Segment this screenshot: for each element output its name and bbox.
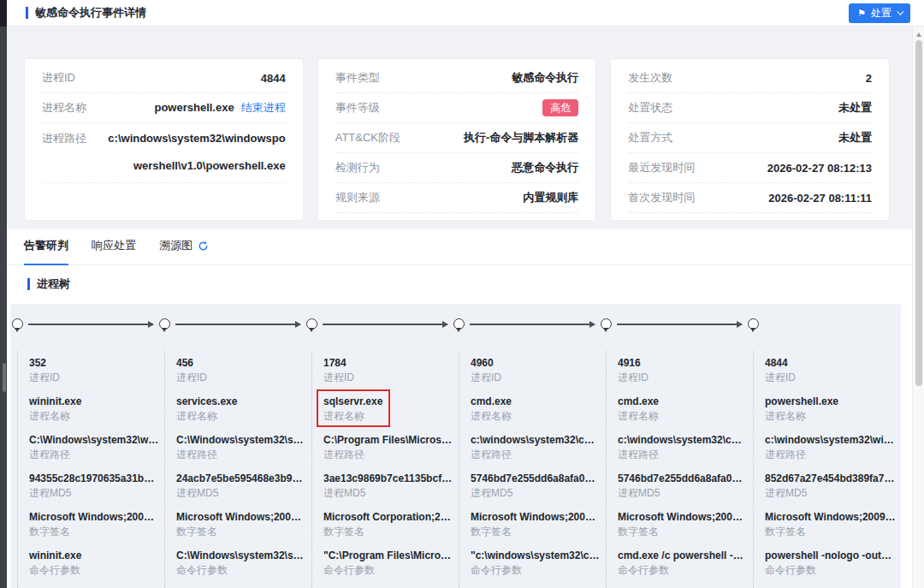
process-md5-label: 进程MD5 <box>176 486 306 500</box>
digital-sign-value: Microsoft Corporation;2011/11... <box>323 509 453 525</box>
process-md5-field: 852d67a27e454bd389fa7f02a8... 进程MD5 <box>765 471 896 500</box>
process-path-value: C:\Windows\system32\services... <box>176 432 306 448</box>
tab-response-disposal[interactable]: 响应处置 <box>92 238 136 264</box>
rule-source-value: 内置规则库 <box>523 190 578 205</box>
section-title-process-tree: 进程树 <box>24 276 912 292</box>
process-node-column-5: 4916 进程ID cmd.exe 进程名称 c:\windows\system… <box>606 351 753 588</box>
cmdline-label: 命令行参数 <box>471 563 601 577</box>
process-md5-field: 5746bd7e255dd6a8afa06f7c42... 进程MD5 <box>618 471 748 500</box>
process-path-label: 进程路径 <box>323 448 453 461</box>
first-seen-label: 首次发现时间 <box>628 190 695 205</box>
process-path-field: C:\Program Files\Microsoft SQ... 进程路径 <box>323 432 453 461</box>
timeline-node-pin[interactable] <box>159 318 170 330</box>
cmdline-value: cmd.exe /c powershell -nologo... <box>618 548 748 563</box>
process-path-value: c:\windows\system32\windowspo wershell\v… <box>108 123 285 178</box>
process-md5-value: 852d67a27e454bd389fa7f02a8... <box>765 471 896 486</box>
summary-cards-row: 进程ID 4844 进程名称 powershell.exe结束进程 进程路径 c… <box>24 58 890 221</box>
timeline-arrow-icon <box>28 324 153 325</box>
flag-icon: ⚑ <box>857 9 866 18</box>
process-md5-label: 进程MD5 <box>765 486 896 500</box>
rule-source-label: 规则来源 <box>335 190 380 205</box>
process-md5-field: 3ae13c9869b7ce1135bcf21c0a... 进程MD5 <box>323 471 453 500</box>
attck-stage-label: ATT&CK阶段 <box>335 130 400 146</box>
process-node-column-6: 4844 进程ID powershell.exe 进程名称 c:\windows… <box>753 351 901 588</box>
rule-source-row: 规则来源 内置规则库 <box>335 183 579 213</box>
process-name-value: cmd.exe <box>471 394 601 409</box>
timeline-node-pin[interactable] <box>453 318 465 330</box>
cmdline-value: "C:\Program Files\Microsoft SQ... <box>323 548 453 563</box>
content-area: 进程ID 4844 进程名称 powershell.exe结束进程 进程路径 c… <box>7 27 912 588</box>
cmdline-label: 命令行参数 <box>618 563 748 577</box>
tab-alert-analysis[interactable]: 告警研判 <box>24 238 68 264</box>
disposal-method-row: 处置方式 未处置 <box>628 123 872 153</box>
process-md5-label: 进程MD5 <box>323 486 453 500</box>
process-id-value: 4844 <box>261 72 286 85</box>
process-name-label: 进程名称 <box>618 409 748 423</box>
digital-sign-label: 数字签名 <box>29 525 159 538</box>
timeline-node-pin[interactable] <box>748 318 759 330</box>
disposal-status-label: 处置状态 <box>628 100 672 116</box>
process-name-label: 进程名称 <box>176 409 306 423</box>
section-accent-bar <box>27 278 30 290</box>
tab-alert-analysis-label: 告警研判 <box>24 238 68 253</box>
digital-sign-label: 数字签名 <box>323 525 453 538</box>
disposal-method-label: 处置方式 <box>628 130 672 146</box>
sidebar-scrollbar-thumb[interactable] <box>3 363 6 392</box>
scrollbar-up-arrow-icon[interactable] <box>916 33 921 37</box>
kill-process-link[interactable]: 结束进程 <box>241 101 286 114</box>
event-type-value: 敏感命令执行 <box>512 70 578 86</box>
process-name-value: wininit.exe <box>29 394 159 409</box>
process-pid-field: 352 进程ID <box>29 355 159 384</box>
digital-sign-field: Microsoft Corporation;2011/11... 数字签名 <box>323 509 453 538</box>
process-pid-field: 456 进程ID <box>176 355 306 384</box>
cmdline-field: wininit.exe 命令行参数 <box>29 548 159 577</box>
page-scrollbar[interactable] <box>912 27 924 588</box>
process-md5-value: 3ae13c9869b7ce1135bcf21c0a... <box>323 471 453 486</box>
detect-behavior-value: 恶意命令执行 <box>512 160 578 175</box>
process-md5-label: 进程MD5 <box>618 486 748 500</box>
timeline-node-pin[interactable] <box>306 318 317 330</box>
cmdline-label: 命令行参数 <box>323 563 453 577</box>
cmdline-field: powershell -nologo -outputfor... 命令行参数 <box>765 548 896 577</box>
process-path-value: c:\windows\system32\cmd.exe <box>471 432 601 448</box>
last-seen-row: 最近发现时间 2026-02-27 08:12:13 <box>628 153 872 183</box>
process-pid-value: 4916 <box>618 355 748 371</box>
tab-trace-graph[interactable]: 溯源图 <box>159 238 209 264</box>
timeline-node-pin[interactable] <box>12 318 23 330</box>
page-scrollbar-thumb[interactable] <box>915 40 922 386</box>
process-pid-label: 进程ID <box>618 371 748 384</box>
process-pid-field: 4844 进程ID <box>765 355 896 384</box>
process-path-label: 进程路径 <box>42 123 86 146</box>
event-info-card: 事件类型 敏感命令执行 事件等级 高危 ATT&CK阶段 执行-命令与脚本解析器… <box>317 58 597 221</box>
process-pid-field: 4960 进程ID <box>471 355 601 384</box>
digital-sign-value: Microsoft Windows;2008/10/2... <box>29 509 159 525</box>
process-name-value: services.exe <box>176 394 306 409</box>
process-path-row: 进程路径 c:\windows\system32\windowspo wersh… <box>42 123 286 183</box>
digital-sign-label: 数字签名 <box>471 525 601 538</box>
process-name-field: cmd.exe 进程名称 <box>471 394 601 423</box>
collapsed-sidebar <box>0 0 7 588</box>
collapsed-sidebar-top <box>0 0 7 27</box>
process-path-line1: c:\windows\system32\windowspo <box>108 123 285 151</box>
cmdline-field: "C:\Program Files\Microsoft SQ... 命令行参数 <box>323 548 453 577</box>
dispose-button[interactable]: ⚑ 处置 <box>849 3 910 23</box>
process-pid-field: 4916 进程ID <box>618 355 748 384</box>
process-name-field: wininit.exe 进程名称 <box>29 394 159 423</box>
process-md5-field: 5746bd7e255dd6a8afa06f7c42... 进程MD5 <box>471 471 601 500</box>
event-type-row: 事件类型 敏感命令执行 <box>335 63 579 93</box>
process-id-label: 进程ID <box>42 70 75 86</box>
process-name-field: services.exe 进程名称 <box>176 394 306 423</box>
detect-behavior-label: 检测行为 <box>335 160 380 175</box>
detect-behavior-row: 检测行为 恶意命令执行 <box>335 153 579 183</box>
timeline-node-pin[interactable] <box>601 318 612 330</box>
cmdline-field: cmd.exe /c powershell -nologo... 命令行参数 <box>618 548 748 577</box>
process-name-value: powershell.exe <box>765 394 896 409</box>
process-path-field: C:\Windows\system32\wininit.... 进程路径 <box>29 432 159 461</box>
digital-sign-field: Microsoft Windows;2009/12/0... 数字签名 <box>471 509 601 538</box>
process-pid-value: 4844 <box>765 355 896 371</box>
refresh-icon[interactable] <box>198 241 209 252</box>
first-seen-row: 首次发现时间 2026-02-27 08:11:11 <box>628 183 872 213</box>
digital-sign-value: Microsoft Windows;2009/12/0... <box>765 509 896 525</box>
process-pid-value: 352 <box>29 355 159 371</box>
process-name-value: powershell.exe结束进程 <box>154 100 285 116</box>
